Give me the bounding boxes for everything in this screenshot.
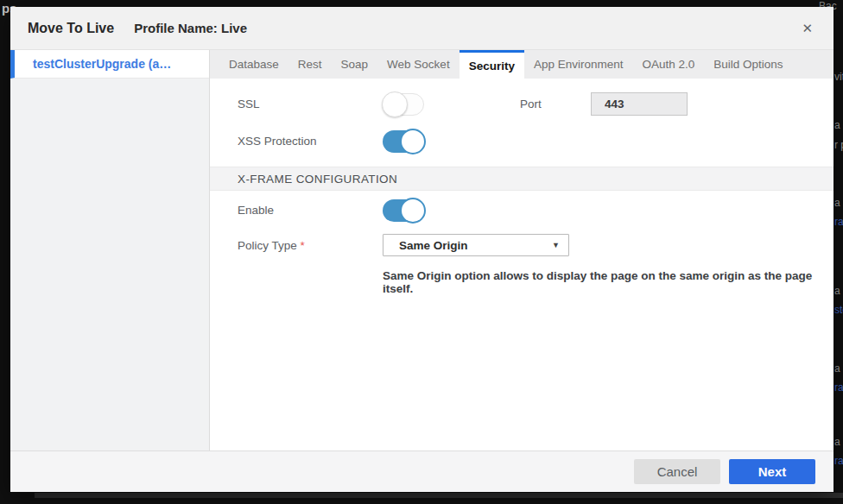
xframe-section-header: X-FRAME CONFIGURATION	[210, 167, 833, 191]
enable-label: Enable	[238, 204, 383, 217]
policy-type-label: Policy Type *	[238, 239, 383, 252]
backdrop-fragment: a s	[834, 119, 843, 131]
sidebar-item-test-cluster-upgrade[interactable]: testClusterUpgrade (a…	[10, 50, 209, 79]
required-asterisk: *	[301, 239, 305, 252]
ssl-label: SSL	[238, 98, 383, 110]
settings-pane: Database Rest Soap Web Socket Security A…	[210, 50, 833, 450]
backdrop-fragment: a u	[834, 362, 843, 375]
xss-protection-label: XSS Protection	[238, 135, 383, 148]
tab-build-options[interactable]: Build Options	[704, 50, 792, 79]
xframe-section-title: X-FRAME CONFIGURATION	[238, 173, 397, 186]
tab-web-socket[interactable]: Web Socket	[377, 50, 460, 79]
policy-type-select[interactable]: Same Origin ▼	[383, 234, 569, 256]
policy-type-description: Same Origin option allows to display the…	[383, 269, 833, 295]
settings-tabbar: Database Rest Soap Web Socket Security A…	[210, 50, 833, 79]
tab-oauth[interactable]: OAuth 2.0	[632, 50, 704, 79]
backdrop-fragment: rac	[834, 381, 843, 394]
ssl-row: SSL Port	[210, 92, 833, 116]
next-button[interactable]: Next	[729, 459, 815, 484]
port-label: Port	[520, 98, 591, 110]
policy-type-row: Policy Type * Same Origin ▼	[210, 234, 833, 256]
backdrop-fragment: ste	[834, 304, 843, 316]
xss-protection-row: XSS Protection	[210, 129, 833, 153]
profile-name-label: Profile Name: Live	[134, 21, 247, 35]
app-list-sidebar: testClusterUpgrade (a…	[10, 50, 210, 450]
close-icon[interactable]: ✕	[798, 7, 816, 49]
tab-rest[interactable]: Rest	[288, 50, 332, 79]
backdrop-fragment: a u	[834, 436, 843, 448]
dialog-title: Move To Live	[28, 21, 114, 36]
taskbar-strip	[35, 493, 843, 498]
tab-security[interactable]: Security	[460, 50, 524, 79]
policy-type-selected-value: Same Origin	[399, 239, 468, 252]
dialog-footer: Cancel Next	[10, 450, 833, 492]
backdrop-fragment: a s	[834, 285, 843, 297]
tab-soap[interactable]: Soap	[332, 50, 378, 79]
xframe-enable-row: Enable	[210, 198, 833, 222]
dialog-header: Move To Live Profile Name: Live ✕	[10, 7, 833, 50]
port-input[interactable]	[591, 92, 688, 116]
backdrop-fragment: rac	[834, 455, 843, 467]
toggle-knob	[382, 91, 408, 117]
dialog-body: testClusterUpgrade (a… Database Rest Soa…	[10, 50, 833, 450]
backdrop-fragment: a re	[834, 197, 843, 209]
cancel-button[interactable]: Cancel	[634, 459, 720, 484]
ssl-toggle[interactable]	[383, 93, 424, 116]
chevron-down-icon: ▼	[552, 241, 560, 249]
xframe-enable-toggle[interactable]	[383, 199, 424, 222]
tab-database[interactable]: Database	[219, 50, 288, 79]
policy-type-label-text: Policy Type	[238, 239, 297, 252]
backdrop-fragment: vit	[834, 71, 843, 83]
xss-protection-toggle[interactable]	[383, 130, 424, 153]
backdrop-fragment: r p	[834, 139, 843, 151]
toggle-knob	[400, 129, 426, 154]
move-to-live-dialog: Move To Live Profile Name: Live ✕ testCl…	[10, 7, 833, 492]
security-tab-content: SSL Port XSS Protection X-FRAME CONFIGUR…	[210, 79, 833, 450]
backdrop-fragment: rac	[834, 216, 843, 228]
tab-app-environment[interactable]: App Environment	[524, 50, 633, 79]
toggle-knob	[400, 198, 426, 224]
